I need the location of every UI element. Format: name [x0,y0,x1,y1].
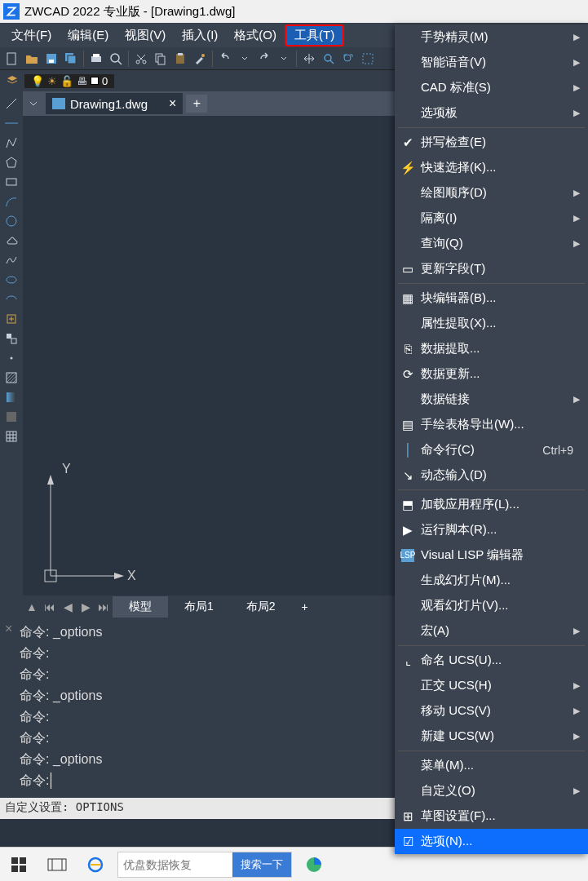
ucs-icon: Y X [31,462,137,595]
windows-start-icon[interactable] [3,852,34,878]
taskview-icon[interactable] [41,852,73,878]
menu-options[interactable]: ☑选项(N)... [395,829,588,854]
menu-attext[interactable]: 属性提取(X)... [395,311,588,336]
arc-icon[interactable] [2,193,20,210]
copy-icon[interactable] [152,50,170,68]
matchprop-icon[interactable] [191,50,209,68]
menu-dataext[interactable]: ⎘数据提取... [395,336,588,361]
menu-macro[interactable]: 宏(A)▶ [395,618,588,644]
menu-custom[interactable]: 自定义(O)▶ [395,778,588,804]
menu-cadstd[interactable]: CAD 标准(S)▶ [395,75,588,100]
menu-menu[interactable]: 菜单(M)... [395,753,588,778]
layer-selector[interactable]: 💡 ☀ 🔓 🖶 0 [24,74,114,88]
cmd-close-icon[interactable]: × [5,622,12,636]
xline-icon[interactable] [2,114,20,132]
table-icon[interactable] [2,427,20,445]
redo-drop-icon[interactable] [275,50,293,68]
circle-icon[interactable] [2,212,20,230]
undo-icon[interactable] [216,50,234,68]
tabnav-up-icon[interactable]: ▲ [23,600,41,613]
gradient-icon[interactable] [2,388,20,406]
region-icon[interactable] [2,408,20,426]
line-icon[interactable] [2,95,20,113]
app-logo-icon [3,3,20,20]
menu-dataupd[interactable]: ⟳数据更新... [395,361,588,387]
tabnav-first-icon[interactable]: ⏮ [41,600,59,613]
spline-icon[interactable] [2,251,20,269]
menu-file[interactable]: 文件(F) [3,24,60,46]
save-icon[interactable] [42,50,60,68]
menu-mucs[interactable]: 移动 UCS(V)▶ [395,698,588,724]
tabnav-prev-icon[interactable]: ◀ [59,600,77,613]
print-icon[interactable] [87,50,105,68]
paste-icon[interactable] [171,50,189,68]
menu-datalink[interactable]: 数据链接▶ [395,387,588,412]
menu-vlisp[interactable]: LSPVisual LISP 编辑器 [395,542,588,568]
tab-model[interactable]: 模型 [113,596,168,618]
ie-icon[interactable] [80,852,111,878]
menu-cmdline[interactable]: ⎮命令行(C)Ctrl+9 [395,437,588,463]
cut-icon[interactable] [132,50,150,68]
close-icon[interactable]: × [169,96,176,111]
menu-insert[interactable]: 插入(I) [174,24,226,46]
svg-rect-49 [48,859,66,870]
menu-nucs[interactable]: ⌞命名 UCS(U)... [395,648,588,673]
menu-voice[interactable]: 智能语音(V)▶ [395,50,588,75]
menu-mslide[interactable]: 生成幻灯片(M)... [395,568,588,593]
ellipse-icon[interactable] [2,271,20,289]
browser-icon[interactable] [298,852,329,878]
menu-query[interactable]: 查询(Q)▶ [395,231,588,256]
menu-qselect[interactable]: ⚡快速选择(K)... [395,155,588,180]
revcloud-icon[interactable] [2,232,20,250]
menu-script[interactable]: ▶运行脚本(R)... [395,517,588,542]
redo-icon[interactable] [255,50,273,68]
zoomwin-icon[interactable] [359,50,377,68]
menu-dyninput[interactable]: ↘动态输入(D) [395,463,588,488]
menu-oucs[interactable]: 正交 UCS(H)▶ [395,673,588,698]
polygon-icon[interactable] [2,153,20,171]
menu-handtbl[interactable]: ▤手绘表格导出(W)... [395,412,588,437]
search-box[interactable]: 搜索一下 [117,852,292,878]
menu-view[interactable]: 视图(V) [117,24,174,46]
menu-newucs[interactable]: 新建 UCS(W)▶ [395,724,588,749]
menu-isolate[interactable]: 隔离(I)▶ [395,206,588,231]
insert-icon[interactable] [2,310,20,328]
menu-edit[interactable]: 编辑(E) [60,24,117,46]
tabnav-last-icon[interactable]: ⏭ [95,600,113,613]
menu-palettes[interactable]: 选项板▶ [395,100,588,126]
layerprop-icon[interactable] [3,72,21,90]
menu-dsettings[interactable]: ⊞草图设置(F)... [395,804,588,829]
undo-drop-icon[interactable] [236,50,254,68]
tab-layout2[interactable]: 布局2 [230,596,292,618]
menu-gesture[interactable]: 手势精灵(M)▶ [395,24,588,50]
add-layout-button[interactable]: + [292,597,318,617]
search-button[interactable]: 搜索一下 [232,852,291,877]
zoomext-icon[interactable] [339,50,357,68]
block-icon[interactable] [2,330,20,348]
menu-vslide[interactable]: 观看幻灯片(V)... [395,593,588,618]
ellipsearc-icon[interactable] [2,290,20,308]
menu-draworder[interactable]: 绘图顺序(D)▶ [395,180,588,206]
new-icon[interactable] [3,50,21,68]
doc-tab[interactable]: Drawing1.dwg × [46,93,183,114]
menu-spell[interactable]: ✔拼写检查(E) [395,130,588,155]
tabnav-next-icon[interactable]: ▶ [77,600,95,613]
point-icon[interactable] [2,349,20,367]
open-icon[interactable] [23,50,41,68]
saveall-icon[interactable] [62,50,80,68]
preview-icon[interactable] [107,50,125,68]
menu-tools[interactable]: 工具(T) [285,24,344,46]
hatch-icon[interactable] [2,369,20,387]
zoom-icon[interactable] [320,50,338,68]
menu-bedit[interactable]: ▦块编辑器(B)... [395,286,588,311]
rectangle-icon[interactable] [2,173,20,191]
menu-format[interactable]: 格式(O) [226,24,285,46]
tab-more-icon[interactable] [26,96,41,111]
tab-layout1[interactable]: 布局1 [168,596,230,618]
search-input[interactable] [118,858,232,871]
pline-icon[interactable] [2,134,20,152]
add-tab-button[interactable]: + [186,95,207,113]
pan-icon[interactable] [300,50,318,68]
menu-updfield[interactable]: ▭更新字段(T) [395,256,588,281]
menu-apload[interactable]: ⬒加载应用程序(L)... [395,492,588,517]
